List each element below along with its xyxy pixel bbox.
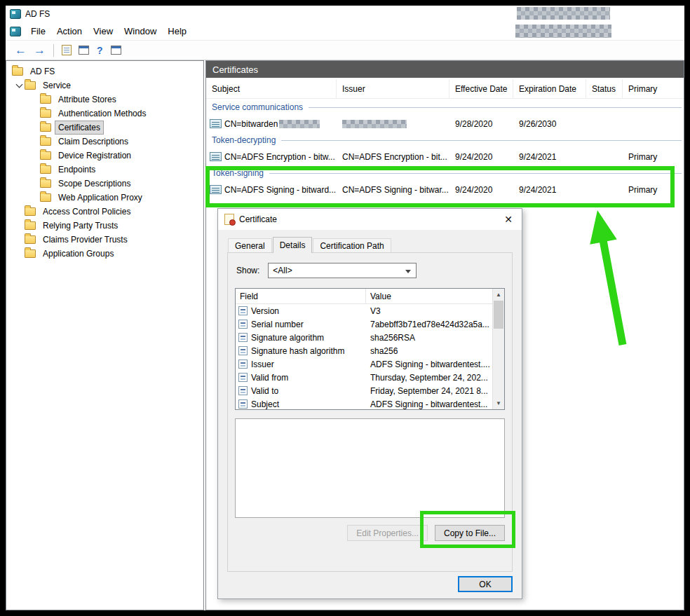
folder-icon <box>25 235 36 244</box>
field-row-serial-number[interactable]: Serial number 7abebff3b71ed78e424d32a5a.… <box>236 317 492 331</box>
column-headers: Subject Issuer Effective Date Expiration… <box>206 79 684 99</box>
tree-item-relying-party-trusts[interactable]: Relying Party Trusts <box>6 219 203 233</box>
tree-item-web-application-proxy[interactable]: Web Application Proxy <box>6 191 203 205</box>
edit-properties-button[interactable]: Edit Properties... <box>347 525 428 541</box>
console-window-icon[interactable] <box>79 46 89 55</box>
chevron-down-icon <box>405 270 411 273</box>
tree-item-claim-descriptions[interactable]: Claim Descriptions <box>6 135 203 149</box>
menu-action[interactable]: Action <box>51 24 88 39</box>
scrollbar-thumb[interactable] <box>494 301 503 329</box>
column-status[interactable]: Status <box>586 79 623 98</box>
field-row-signature-hash-algorithm[interactable]: Signature hash algorithm sha256 <box>236 344 492 357</box>
redacted-titlebar-region <box>517 7 610 20</box>
window-title: AD FS <box>25 9 50 19</box>
panel-header: Certificates <box>206 61 684 78</box>
adfs-app-icon-small <box>10 27 21 36</box>
forward-icon[interactable]: → <box>34 44 46 56</box>
menu-view[interactable]: View <box>88 24 119 39</box>
adfs-app-icon <box>10 9 21 19</box>
scroll-up-icon[interactable]: ▲ <box>493 289 504 301</box>
tree-item-adfs-root[interactable]: AD FS <box>6 64 203 78</box>
folder-icon <box>25 221 36 230</box>
tab-general[interactable]: General <box>228 238 272 252</box>
field-icon <box>238 360 248 369</box>
certificate-row-icon <box>210 185 222 194</box>
folder-icon <box>40 165 51 174</box>
screenshot-frame: AD FS File Action View Window Help ← → ? <box>0 0 690 616</box>
field-icon <box>238 373 248 382</box>
field-row-issuer[interactable]: Issuer ADFS Signing - bitwardentest.... <box>236 357 492 371</box>
column-primary[interactable]: Primary <box>623 79 684 98</box>
tree-item-service[interactable]: Service <box>6 78 203 93</box>
chevron-expanded-icon <box>15 81 22 88</box>
field-row-valid-from[interactable]: Valid from Thursday, September 24, 202..… <box>236 371 492 384</box>
value-column-header[interactable]: Value <box>366 292 492 301</box>
toolbar-separator <box>53 44 54 57</box>
menu-window[interactable]: Window <box>119 24 162 39</box>
close-icon[interactable]: ✕ <box>495 214 522 225</box>
tab-certification-path[interactable]: Certification Path <box>313 238 391 252</box>
tree-item-attribute-stores[interactable]: Attribute Stores <box>6 93 203 107</box>
certificate-row-icon <box>210 152 222 161</box>
folder-icon <box>40 109 51 118</box>
field-icon <box>238 399 248 409</box>
tree-item-claims-provider-trusts[interactable]: Claims Provider Trusts <box>6 233 203 247</box>
certificate-icon <box>224 214 234 225</box>
fields-list: Field Value Version V3 Serial number 7ab… <box>235 288 505 410</box>
redacted-menubar-region <box>515 25 611 38</box>
field-icon <box>238 333 248 342</box>
column-subject[interactable]: Subject <box>206 79 337 98</box>
scroll-down-icon[interactable]: ▼ <box>493 397 504 409</box>
tree-item-endpoints[interactable]: Endpoints <box>6 163 203 177</box>
tree-item-device-registration[interactable]: Device Registration <box>6 149 203 163</box>
tree-item-scope-descriptions[interactable]: Scope Descriptions <box>6 177 203 191</box>
field-icon <box>238 386 248 395</box>
group-service-communications: Service communications <box>206 99 684 116</box>
menu-help[interactable]: Help <box>162 24 192 39</box>
field-row-valid-to[interactable]: Valid to Friday, September 24, 2021 8... <box>236 384 492 397</box>
field-row-version[interactable]: Version V3 <box>236 304 492 317</box>
details-tab-page: Show: <All> Field Value Version V3 <box>227 252 513 572</box>
field-row-signature-algorithm[interactable]: Signature algorithm sha256RSA <box>236 331 492 344</box>
column-effective-date[interactable]: Effective Date <box>449 79 513 98</box>
column-issuer[interactable]: Issuer <box>337 79 449 98</box>
field-column-header[interactable]: Field <box>236 289 366 303</box>
redacted-subject-region <box>279 120 320 128</box>
group-token-signing: Token-signing <box>206 165 684 182</box>
toolbar: ← → ? <box>6 41 684 60</box>
folder-icon <box>25 207 36 216</box>
new-window-icon[interactable] <box>111 46 121 55</box>
back-icon[interactable]: ← <box>15 44 27 56</box>
show-dropdown-value: <All> <box>273 266 292 275</box>
field-icon <box>238 306 248 315</box>
column-expiration-date[interactable]: Expiration Date <box>513 79 586 98</box>
folder-icon <box>40 193 51 202</box>
group-token-decrypting: Token-decrypting <box>206 132 684 149</box>
ok-button[interactable]: OK <box>458 576 513 592</box>
folder-icon <box>25 249 36 258</box>
copy-to-file-button[interactable]: Copy to File... <box>435 525 505 541</box>
table-row-service-communications[interactable]: CN=bitwarden 9/28/2020 9/26/2030 <box>206 116 684 132</box>
folder-icon <box>12 67 23 76</box>
table-row-token-decrypting[interactable]: CN=ADFS Encryption - bitw... CN=ADFS Enc… <box>206 149 684 165</box>
folder-icon <box>40 179 51 188</box>
field-detail-box <box>235 418 505 518</box>
tree-item-certificates[interactable]: Certificates <box>6 121 203 135</box>
export-list-icon[interactable] <box>62 45 72 55</box>
tree-item-access-control-policies[interactable]: Access Control Policies <box>6 205 203 219</box>
dialog-title: Certificate <box>239 214 277 224</box>
tree-item-authentication-methods[interactable]: Authentication Methods <box>6 107 203 121</box>
scrollbar[interactable]: ▲ ▼ <box>492 289 504 409</box>
menu-file[interactable]: File <box>25 24 51 39</box>
dialog-title-bar: Certificate ✕ <box>218 209 522 230</box>
show-dropdown[interactable]: <All> <box>268 263 417 278</box>
folder-icon <box>40 123 51 132</box>
field-icon <box>238 346 248 355</box>
field-icon <box>238 320 248 329</box>
table-row-token-signing[interactable]: CN=ADFS Signing - bitward... CN=ADFS Sig… <box>206 182 684 198</box>
tab-details[interactable]: Details <box>273 237 313 253</box>
field-row-subject[interactable]: Subject ADFS Signing - bitwardentest... <box>236 397 492 409</box>
tree-item-application-groups[interactable]: Application Groups <box>6 247 203 261</box>
help-icon[interactable]: ? <box>97 45 103 56</box>
folder-icon <box>40 151 51 160</box>
